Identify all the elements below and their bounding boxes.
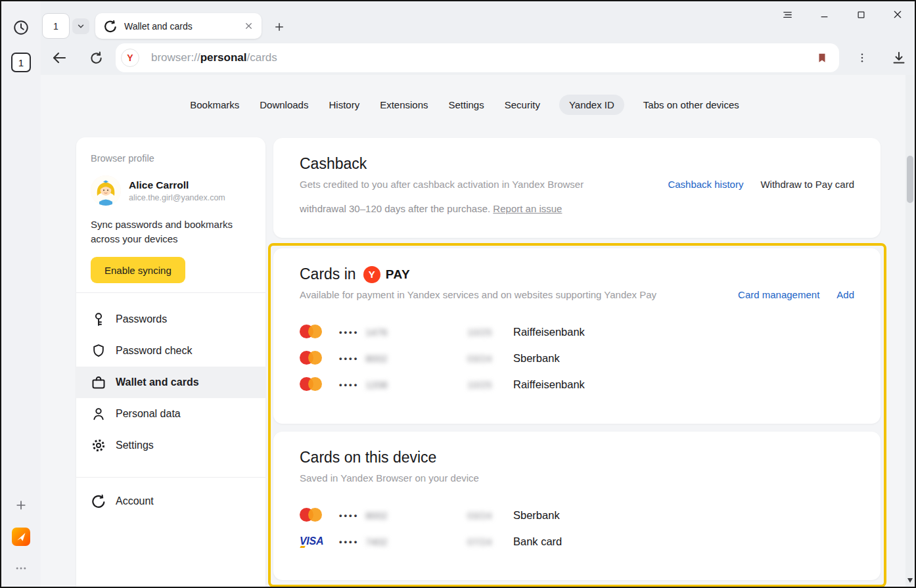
card-row[interactable]: ••••8002 03/24 Sberbank — [300, 345, 854, 371]
yandex-pay-y-icon: Y — [363, 266, 380, 283]
sidebar-item-account[interactable]: Account — [76, 486, 265, 517]
yandex-id-favicon-icon — [103, 19, 118, 34]
cashback-note-text: withdrawal 30–120 days after the purchas… — [300, 203, 490, 214]
cashback-history-link[interactable]: Cashback history — [668, 179, 743, 190]
cards-in-pay-subtitle: Available for payment in Yandex services… — [300, 289, 656, 300]
card-number-blurred: 8002 — [365, 353, 387, 364]
page-content: Bookmarks Downloads History Extensions S… — [41, 75, 915, 587]
cards-on-device-subtitle: Saved in Yandex Browser on your device — [300, 472, 479, 484]
browser-menu-icon[interactable] — [781, 8, 794, 21]
chevron-down-icon[interactable] — [72, 18, 89, 34]
card-row[interactable]: VISA ••••7402 07/24 Bank card — [300, 528, 854, 554]
address-bar[interactable]: Y browser://personal/cards — [116, 43, 839, 72]
rail-more-icon[interactable] — [12, 559, 30, 577]
cashback-note: withdrawal 30–120 days after the purchas… — [300, 203, 854, 214]
reload-icon[interactable] — [87, 49, 105, 67]
card-row[interactable]: ••••8002 03/24 Sberbank — [300, 502, 854, 528]
report-an-issue-link[interactable]: Report an issue — [493, 203, 562, 214]
card-expiry-blurred: 10/25 — [467, 379, 513, 390]
cashback-title: Cashback — [300, 155, 367, 173]
scrollbar[interactable] — [905, 75, 915, 587]
url-text: browser://personal/cards — [151, 51, 277, 64]
person-icon — [91, 406, 106, 422]
nav-bookmarks[interactable]: Bookmarks — [189, 95, 240, 115]
cashback-subtitle: Gets credited to you after cashback acti… — [300, 179, 584, 190]
tab-bar: 1 Wallet and cards — [41, 1, 915, 41]
sidebar-item-label: Settings — [116, 440, 154, 451]
nav-downloads[interactable]: Downloads — [258, 95, 309, 115]
profile-name: Alice Carroll — [129, 179, 225, 191]
pay-card-list: ••••1476 10/25 Raiffeisenbank ••••8002 0… — [300, 319, 854, 397]
sidebar-menu: Passwords Password check Wallet and card… — [76, 293, 265, 477]
sidebar-item-personal-data[interactable]: Personal data — [76, 398, 265, 430]
mastercard-icon — [300, 377, 322, 392]
kebab-menu-icon[interactable] — [853, 49, 871, 67]
nav-extensions[interactable]: Extensions — [378, 95, 429, 115]
withdraw-to-pay-card-link[interactable]: Withdraw to Pay card — [760, 179, 854, 190]
scrollbar-thumb[interactable] — [907, 156, 913, 203]
back-icon[interactable] — [50, 49, 68, 67]
card-bank-name: Sberbank — [513, 352, 560, 365]
card-number-blurred: 1208 — [365, 379, 387, 390]
downloads-icon[interactable] — [890, 49, 908, 67]
rail-plus-icon[interactable] — [12, 496, 30, 514]
new-tab-button[interactable] — [271, 18, 288, 35]
mastercard-icon — [300, 325, 322, 339]
minimize-button[interactable] — [817, 8, 831, 21]
scroll-down-icon[interactable] — [907, 578, 913, 583]
url-path: /cards — [247, 51, 277, 64]
shield-icon — [91, 343, 106, 359]
tab-close-icon[interactable] — [242, 20, 255, 33]
site-favicon-icon: Y — [121, 49, 139, 67]
sidebar-item-label: Passwords — [116, 313, 167, 325]
sidebar-item-wallet-and-cards[interactable]: Wallet and cards — [76, 367, 265, 398]
bookmark-flag-icon[interactable] — [814, 50, 830, 66]
account-ring-icon — [91, 493, 106, 509]
main-column: Cashback Gets credited to you after cash… — [273, 138, 881, 580]
profile-sidebar-card: Browser profile — [76, 137, 265, 587]
clock-history-icon[interactable] — [12, 18, 30, 37]
close-button[interactable] — [891, 8, 904, 21]
card-bank-name: Sberbank — [513, 509, 560, 522]
cards-on-device-title: Cards on this device — [300, 449, 436, 466]
mastercard-icon — [300, 351, 322, 365]
window-controls — [781, 8, 904, 21]
yandex-pay-logo: Y PAY — [363, 266, 410, 283]
url-highlight: personal — [200, 51, 247, 64]
card-number-blurred: 1476 — [365, 327, 387, 338]
nav-security[interactable]: Security — [503, 95, 541, 115]
maximize-button[interactable] — [854, 8, 867, 21]
tab-counter[interactable]: 1 — [11, 53, 31, 72]
cashback-card: Cashback Gets credited to you after cash… — [273, 138, 881, 238]
card-expiry-blurred: 03/24 — [467, 510, 513, 521]
card-expiry-blurred: 10/25 — [467, 327, 513, 338]
wallet-icon — [91, 374, 106, 390]
card-management-link[interactable]: Card management — [738, 289, 819, 300]
card-bank-name: Raiffeisenbank — [513, 326, 585, 338]
profile-section-label: Browser profile — [91, 153, 251, 164]
sidebar-item-passwords[interactable]: Passwords — [76, 304, 265, 335]
nav-yandex-id[interactable]: Yandex ID — [559, 95, 624, 115]
cards-in-pay-title: Cards in — [300, 265, 356, 283]
card-dots: •••• — [339, 327, 359, 337]
enable-syncing-button[interactable]: Enable syncing — [91, 257, 185, 283]
yandex-logo[interactable] — [12, 528, 30, 546]
nav-settings[interactable]: Settings — [447, 95, 486, 115]
sidebar-item-settings[interactable]: Settings — [76, 430, 265, 461]
sidebar-item-password-check[interactable]: Password check — [76, 335, 265, 367]
card-row[interactable]: ••••1208 10/25 Raiffeisenbank — [300, 371, 854, 397]
tab-wallet-and-cards[interactable]: Wallet and cards — [95, 13, 262, 39]
card-dots: •••• — [339, 353, 359, 363]
add-card-link[interactable]: Add — [836, 289, 854, 300]
card-dots: •••• — [339, 510, 359, 520]
visa-icon: VISA — [300, 535, 323, 547]
nav-history[interactable]: History — [327, 95, 361, 115]
card-expiry-blurred: 07/24 — [467, 536, 513, 547]
settings-nav: Bookmarks Downloads History Extensions S… — [41, 95, 888, 115]
card-row[interactable]: ••••1476 10/25 Raiffeisenbank — [300, 319, 854, 345]
sync-description: Sync passwords and bookmarks across your… — [91, 217, 251, 246]
browser-window: 1 1 Wallet and cards — [0, 0, 916, 588]
tab-group-indicator[interactable]: 1 — [42, 13, 70, 39]
nav-tabs-other-devices[interactable]: Tabs on other devices — [642, 95, 741, 115]
card-dots: •••• — [339, 537, 359, 547]
